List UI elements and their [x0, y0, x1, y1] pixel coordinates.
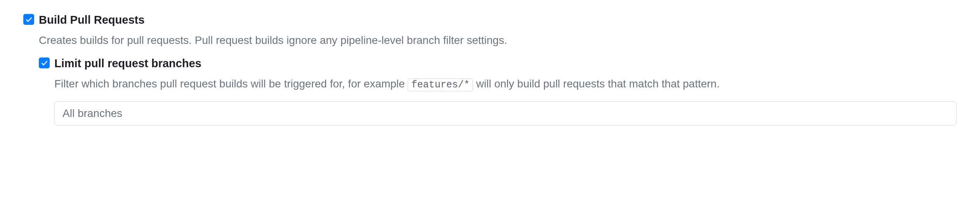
check-icon: [25, 16, 33, 23]
build-pull-requests-description: Creates builds for pull requests. Pull r…: [39, 33, 957, 49]
build-pull-requests-label: Build Pull Requests: [39, 12, 957, 29]
branch-pattern-example: features/*: [408, 78, 473, 91]
limit-description-prefix: Filter which branches pull request build…: [54, 78, 408, 90]
branch-filter-input[interactable]: [54, 101, 957, 125]
limit-description-suffix: will only build pull requests that match…: [473, 78, 719, 90]
limit-pr-branches-checkbox[interactable]: [39, 57, 50, 68]
build-pull-requests-checkbox[interactable]: [23, 14, 34, 25]
check-icon: [40, 59, 48, 67]
limit-pr-branches-description: Filter which branches pull request build…: [54, 76, 957, 92]
limit-pr-branches-label: Limit pull request branches: [54, 55, 957, 72]
